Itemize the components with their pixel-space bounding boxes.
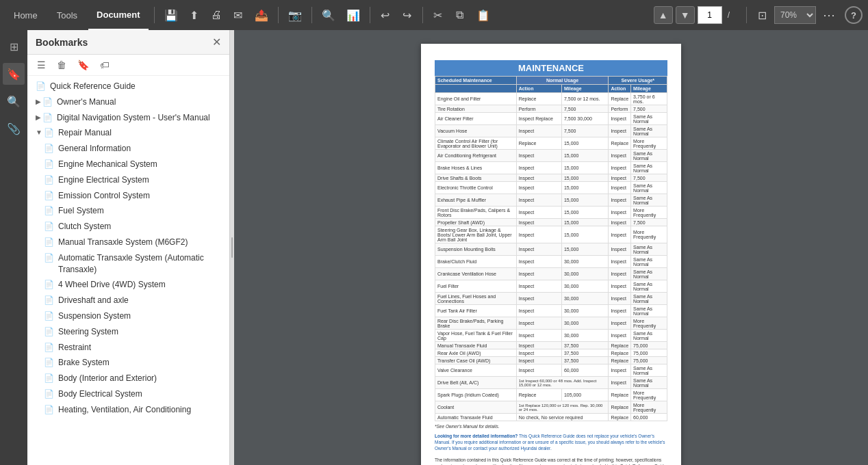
bookmark-engine-mechanical[interactable]: 📄 Engine Mechanical System (27, 157, 229, 172)
normal-action: Replace (516, 93, 561, 105)
help-button[interactable]: ? (845, 6, 863, 24)
table-row: Vapor Hose, Fuel Tank & Fuel Filler CapI… (435, 330, 667, 342)
paste-button[interactable]: 📋 (472, 4, 494, 26)
bookmark-icon: 📄 (44, 237, 54, 247)
camera-button[interactable]: 📷 (284, 4, 306, 26)
disclaimer-text: The information contained in this Quick … (435, 457, 667, 465)
bookmark-body-electrical[interactable]: 📄 Body Electrical System (27, 386, 229, 402)
bookmark-steering[interactable]: 📄 Steering System (27, 324, 229, 340)
print-button[interactable]: 🖨 (207, 4, 226, 26)
bookmark-quick-ref[interactable]: 📄 Quick Reference Guide (27, 79, 229, 94)
bookmark-driveshaft[interactable]: 📄 Driveshaft and axle (27, 293, 229, 308)
maintenance-page: MAINTENANCE Scheduled Maintenance Normal… (421, 44, 681, 465)
service-name: Engine Oil and Filter (435, 93, 517, 105)
bookmark-icon: 📄 (44, 159, 54, 169)
col-header-service: Scheduled Maintenance (435, 77, 517, 85)
bookmark-clutch-system[interactable]: 📄 Clutch System (27, 219, 229, 235)
severe-mileage: 3,750 or 6 mos. (631, 93, 667, 105)
bookmark-icon: 📄 (44, 280, 54, 289)
save-button[interactable]: 💾 (160, 4, 182, 26)
analytics-button[interactable]: 📊 (342, 4, 364, 26)
table-row: Manual Transaxle FluidInspect37,500Repla… (435, 342, 667, 349)
zoom-select[interactable]: 70% 50% 75% 100% 125% 150% (774, 6, 816, 24)
upload-button[interactable]: ⬆ (185, 4, 204, 26)
bookmarks-list: 📄 Quick Reference Guide ▶ 📄 Owner's Manu… (27, 76, 229, 465)
bookmark-suspension[interactable]: 📄 Suspension System (27, 308, 229, 324)
table-row: Fuel Lines, Fuel Hoses and ConnectionsIn… (435, 293, 667, 305)
search-panel-icon[interactable]: 🔍 (3, 90, 25, 112)
bookmarks-close-button[interactable]: ✕ (212, 36, 221, 49)
table-row: Brake Hoses & LinesInspect15,000InspectS… (435, 162, 667, 174)
bookmark-label: Restraint (58, 342, 91, 354)
table-row: Automatic Transaxle FluidNo check, No se… (435, 414, 667, 421)
bookmark-engine-electrical[interactable]: 📄 Engine Electrical System (27, 172, 229, 188)
copy-button[interactable]: ⧉ (450, 4, 470, 26)
bookmark-icon: 📄 (44, 222, 54, 231)
bookmark-label: Body Electrical System (58, 388, 142, 400)
table-row: Fuel Tank Air FilterInspect30,000Inspect… (435, 305, 667, 317)
pages-panel-icon[interactable]: ⊞ (3, 36, 25, 57)
export-button[interactable]: 📤 (251, 4, 272, 26)
table-row: Rear Axle Oil (AWD)Inspect37,500Replace7… (435, 349, 667, 357)
bookmark-icon: 📄 (44, 405, 54, 414)
bookmark-brake-system[interactable]: 📄 Brake System (27, 355, 229, 371)
sidebar-icon-panel: ⊞ 🔖 🔍 📎 (0, 30, 27, 465)
bookmark-emission-control[interactable]: 📄 Emission Control System (27, 188, 229, 204)
table-row: Electronic Throttle ControlInspect15,000… (435, 182, 667, 194)
page-number-input[interactable] (698, 6, 722, 24)
tab-home[interactable]: Home (5, 0, 46, 30)
tab-tools[interactable]: Tools (49, 0, 86, 30)
bookmark-icon: 📄 (44, 373, 54, 383)
document-viewer[interactable]: MAINTENANCE Scheduled Maintenance Normal… (234, 30, 868, 465)
attachment-panel-icon[interactable]: 📎 (3, 118, 25, 140)
more-options-button[interactable]: ⋯ (819, 8, 839, 23)
maintenance-title: MAINTENANCE (435, 60, 667, 76)
bookmark-label: Driveshaft and axle (58, 295, 129, 306)
bookmark-icon: 📄 (44, 253, 54, 263)
bookmark-label: Engine Mechanical System (58, 159, 157, 170)
bookmark-label: Heating, Ventilation, Air Conditioning (58, 404, 191, 416)
bookmark-fuel-system[interactable]: 📄 Fuel System (27, 203, 229, 219)
bookmark-label: Brake System (58, 357, 110, 369)
add-bookmark-button[interactable]: 🔖 (73, 57, 93, 72)
table-row: Exhaust Pipe & MufflerInspect15,000Inspe… (435, 194, 667, 207)
bookmark-icon: 📄 (36, 81, 46, 91)
looking-for-info-text: Looking for more detailed information? T… (435, 433, 667, 451)
search-button[interactable]: 🔍 (318, 4, 340, 26)
bookmarks-header: Bookmarks ✕ (27, 30, 229, 55)
toolbar: Home Tools Document 💾 ⬆ 🖨 ✉ 📤 📷 🔍 📊 ↩ ↪ … (0, 0, 868, 30)
table-row: Tire RotationPerform7,500Perform7,500 (435, 105, 667, 113)
bookmark-icon: 📄 (44, 343, 54, 352)
divider4 (370, 7, 370, 23)
expand-all-button[interactable]: ☰ (33, 57, 50, 72)
next-page-button[interactable]: ▼ (676, 6, 695, 24)
tab-document[interactable]: Document (88, 0, 149, 30)
tag-bookmark-button[interactable]: 🏷 (96, 57, 114, 72)
table-row: Drive Belt (Alt, A/C)1st Inspect 60,000 … (435, 377, 667, 389)
table-row: Engine Oil and Filter Replace 7,500 or 1… (435, 93, 667, 105)
bookmark-repair-manual[interactable]: ▼ 📄 Repair Manual (27, 125, 229, 141)
bookmark-icon: 📄 (44, 311, 54, 321)
bookmark-restraint[interactable]: 📄 Restraint (27, 340, 229, 356)
bookmarks-panel-icon[interactable]: 🔖 (3, 63, 25, 85)
bookmark-body-interior[interactable]: 📄 Body (Interior and Exterior) (27, 371, 229, 386)
bookmark-icon: 📄 (42, 113, 53, 122)
bookmark-heating-ventilation[interactable]: 📄 Heating, Ventilation, Air Conditioning (27, 402, 229, 418)
maintenance-table: Scheduled Maintenance Normal Usage Sever… (435, 76, 667, 421)
bookmark-digital-nav[interactable]: ▶ 📄 Digital Navigation System - User's M… (27, 110, 229, 126)
panel-resizer[interactable] (230, 30, 234, 465)
prev-page-button[interactable]: ▲ (654, 6, 673, 24)
delete-bookmark-button[interactable]: 🗑 (53, 57, 71, 72)
email-button[interactable]: ✉ (229, 4, 248, 26)
fit-page-button[interactable]: ⊡ (752, 4, 771, 26)
bookmark-4wd[interactable]: 📄 4 Wheel Drive (4WD) System (27, 277, 229, 293)
bookmark-general-info[interactable]: 📄 General Information (27, 141, 229, 157)
bookmark-icon: 📄 (44, 295, 54, 305)
redo-button[interactable]: ↪ (398, 4, 417, 26)
cut-button[interactable]: ✂ (429, 4, 448, 26)
undo-button[interactable]: ↩ (376, 4, 395, 26)
bookmark-label: Fuel System (58, 205, 104, 217)
bookmark-manual-transaxle[interactable]: 📄 Manual Transaxle System (M6GF2) (27, 235, 229, 250)
bookmark-owners-manual[interactable]: ▶ 📄 Owner's Manual (27, 94, 229, 110)
bookmark-automatic-transaxle[interactable]: 📄 Automatic Transaxle System (Automatic … (27, 250, 229, 278)
